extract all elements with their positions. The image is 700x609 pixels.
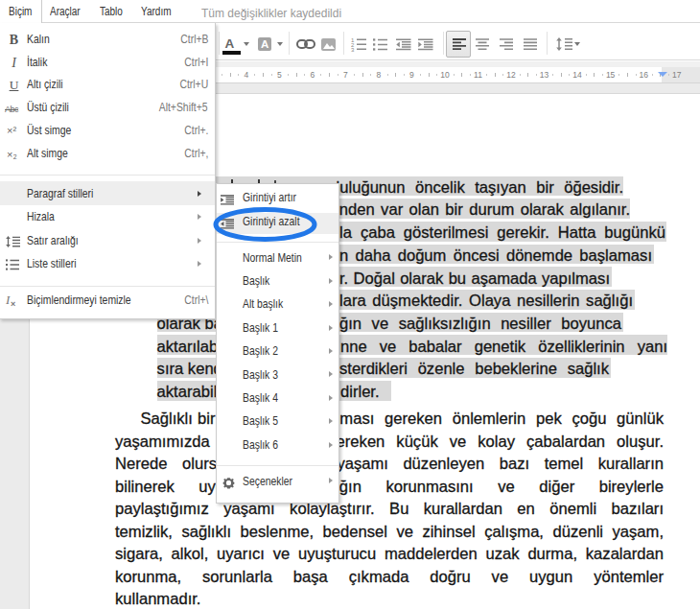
svg-text:3: 3 xyxy=(351,47,355,52)
